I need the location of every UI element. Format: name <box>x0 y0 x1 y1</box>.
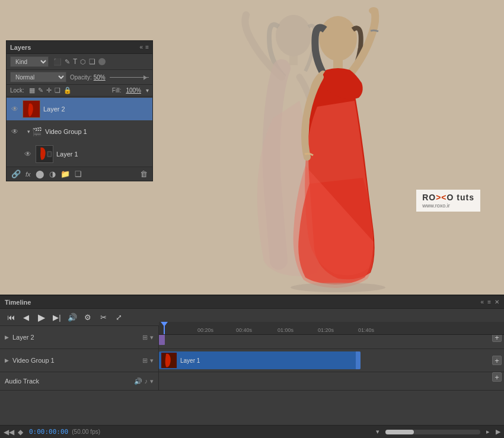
delete-layer-icon[interactable]: 🗑 <box>140 170 148 178</box>
track-icon-layer2[interactable]: ⊞ <box>142 334 148 341</box>
audio-content-cell: + <box>159 372 504 390</box>
step-back-btn[interactable]: ◀ <box>20 311 32 323</box>
watermark-url: www.roxo.ir <box>422 203 474 209</box>
timeline-collapse-btn[interactable]: « <box>481 299 484 305</box>
layer-item-layer2[interactable]: 👁 Layer 2 <box>7 98 152 120</box>
ruler-mark-80s: 01:20s <box>318 327 334 333</box>
panel-menu-btn[interactable]: ≡ <box>145 44 149 50</box>
audio-notes-icon[interactable]: ♪ <box>145 378 148 385</box>
track-expand-layer2[interactable]: ▶ <box>5 334 9 340</box>
link-layers-icon[interactable]: 🔗 <box>11 170 21 178</box>
keyframe-btn[interactable]: ◆ <box>18 428 23 436</box>
timeline-titlebar: Timeline « ≡ ✕ <box>0 296 504 309</box>
ruler-mark-40s: 00:40s <box>236 327 252 333</box>
track-expand-videogroup1[interactable]: ▶ <box>5 357 9 363</box>
track-menu-videogroup1[interactable]: ▾ <box>150 357 154 365</box>
add-clip-videogroup1-btn[interactable]: + <box>492 356 502 365</box>
fx-icon[interactable]: fx <box>25 171 31 178</box>
track-controls-videogroup1: ⊞ ▾ <box>142 357 154 365</box>
svg-point-6 <box>291 283 385 292</box>
audio-menu-icon[interactable]: ▾ <box>150 378 154 385</box>
watermark-badge: RO><O tuts www.roxo.ir <box>416 190 480 212</box>
audio-btn[interactable]: 🔊 <box>66 311 78 323</box>
add-mask-icon[interactable]: ⬤ <box>36 170 44 178</box>
fill-value[interactable]: 100% <box>126 87 141 94</box>
fullscreen-btn[interactable]: ⤢ <box>113 311 125 323</box>
layer-name-layer2: Layer 2 <box>43 105 149 113</box>
ruler-mark-100s: 01:40s <box>358 327 374 333</box>
audio-mute-icon[interactable]: 🔊 <box>134 378 142 385</box>
keyframe-prev-btn[interactable]: ◀◀ <box>4 428 14 436</box>
track-icon-videogroup1[interactable]: ⊞ <box>142 357 148 365</box>
lock-transparency-icon[interactable]: ▦ <box>29 87 35 94</box>
ruler-mark-60s: 01:00s <box>277 327 294 333</box>
lock-icons: ▦ ✎ ✛ ❑ 🔒 <box>29 87 72 94</box>
filter-toggle[interactable] <box>98 58 106 65</box>
layers-panel-footer: 🔗 fx ⬤ ◑ 📁 ❑ 🗑 <box>7 167 152 181</box>
fill-arrow[interactable]: ▾ <box>146 87 149 94</box>
group-arrow-icon[interactable]: ▾ <box>27 129 30 135</box>
lock-position-icon[interactable]: ✛ <box>46 87 52 94</box>
step-forward-btn[interactable]: ▶| <box>51 311 63 323</box>
timeline-close-btn[interactable]: ✕ <box>495 299 499 305</box>
track-content-videogroup1: Layer 1 + <box>159 349 504 372</box>
opacity-slider[interactable] <box>110 77 149 78</box>
layer-item-videogroup1[interactable]: 👁 ▾ 🎬 Video Group 1 <box>7 120 152 143</box>
lock-artboard-icon[interactable]: ❑ <box>55 87 60 94</box>
track-menu-layer2[interactable]: ▾ <box>150 334 154 341</box>
type-filter-icon[interactable]: T <box>73 57 77 66</box>
svg-point-1 <box>276 15 311 56</box>
panel-collapse-btn[interactable]: « <box>140 44 143 50</box>
zoom-in-btn[interactable]: ▸ <box>486 428 490 436</box>
track-label-videogroup1[interactable]: ▶ Video Group 1 ⊞ ▾ <box>0 349 159 372</box>
timeline-menu-btn[interactable]: ≡ <box>487 299 491 305</box>
new-layer-icon[interactable]: ❑ <box>75 170 82 178</box>
go-to-start-btn[interactable]: ⏮ <box>5 311 17 323</box>
layers-list: 👁 Layer 2 👁 ▾ 🎬 Video Group 1 👁 Layer 1 <box>7 97 152 167</box>
svg-rect-10 <box>49 152 51 156</box>
filter-row: Kind ⬛ ✎ T ⬡ ❑ <box>7 54 152 70</box>
layer-item-layer1[interactable]: 👁 Layer 1 <box>7 143 152 165</box>
zoom-out-btn[interactable]: ▾ <box>376 428 379 436</box>
clip-thumb-layer1 <box>161 353 177 368</box>
canvas-figure <box>154 0 504 295</box>
lock-pixels-icon[interactable]: ✎ <box>38 87 43 94</box>
timeline-ruler: 00:20s 00:40s 01:00s 01:20s 01:40s <box>159 322 504 335</box>
adjustment-filter-icon[interactable]: ✎ <box>65 58 70 66</box>
playhead-ruler <box>164 322 165 334</box>
visibility-layer2[interactable]: 👁 <box>10 104 20 114</box>
lock-all-icon[interactable]: 🔒 <box>63 87 72 94</box>
audio-label-cell: Audio Track 🔊 ♪ ▾ <box>0 372 159 390</box>
track-label-layer2[interactable]: ▶ Layer 2 ⊞ ▾ <box>0 326 159 349</box>
timeline-scrollbar[interactable] <box>385 430 480 434</box>
timeline-win-controls: « ≡ ✕ <box>481 299 499 305</box>
layer-name-layer1: Layer 1 <box>56 151 149 158</box>
add-audio-btn[interactable]: + <box>492 372 502 382</box>
new-fill-icon[interactable]: ◑ <box>49 170 56 178</box>
ruler-mark-20s: 00:20s <box>197 327 213 333</box>
trim-btn[interactable]: ✂ <box>97 311 109 323</box>
pixel-filter-icon[interactable]: ⬛ <box>53 58 62 66</box>
shape-filter-icon[interactable]: ⬡ <box>80 58 86 66</box>
visibility-videogroup1[interactable]: 👁 <box>10 127 20 136</box>
new-group-icon[interactable]: 📁 <box>60 170 70 178</box>
fill-label: Fill: <box>112 87 122 94</box>
settings-btn[interactable]: ⚙ <box>82 311 94 323</box>
audio-track-controls: 🔊 ♪ ▾ <box>134 378 154 385</box>
audio-track-row: Audio Track 🔊 ♪ ▾ + <box>0 372 504 391</box>
play-btn[interactable]: ▶ <box>36 311 47 323</box>
clip-videogroup1-bar[interactable]: Layer 1 <box>159 351 361 369</box>
opacity-value[interactable]: 50% <box>94 74 106 81</box>
watermark-brand: RO><O tuts <box>422 193 474 202</box>
layers-panel-titlebar: Layers « ≡ <box>7 41 152 54</box>
opacity-label: Opacity: <box>70 74 92 81</box>
blend-mode-select[interactable]: Normal Multiply Screen <box>10 72 66 82</box>
lock-row: Lock: ▦ ✎ ✛ ❑ 🔒 Fill: 100% ▾ <box>7 85 152 97</box>
scroll-right-btn[interactable]: ▶ <box>496 428 500 436</box>
visibility-layer1[interactable]: 👁 <box>23 149 33 159</box>
filter-select[interactable]: Kind <box>10 56 49 67</box>
layers-panel-title: Layers <box>10 44 31 51</box>
timeline-footer: ◀◀ ◆ 0:00:00:00 (50.00 fps) ▾ ▸ ▶ <box>0 425 504 438</box>
clip-end-marker <box>356 351 361 369</box>
smart-filter-icon[interactable]: ❑ <box>89 57 95 66</box>
